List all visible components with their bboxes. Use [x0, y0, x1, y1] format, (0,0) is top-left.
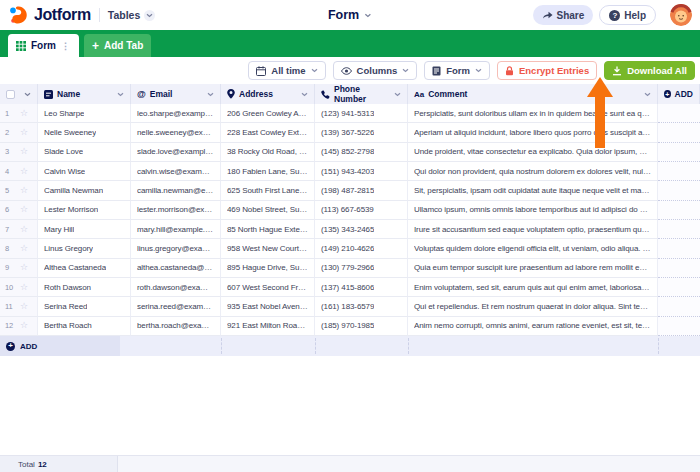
email-cell[interactable]: slade.love@example.com: [131, 143, 221, 162]
comment-cell[interactable]: Anim nemo corrupti, omnis animi, earum r…: [408, 317, 658, 336]
email-cell[interactable]: roth.dawson@example.com: [131, 278, 221, 297]
email-cell[interactable]: bertha.roach@example.com: [131, 317, 221, 336]
address-cell[interactable]: 180 Fabien Lane, Suite 87…: [221, 162, 315, 181]
phone-cell[interactable]: (139) 367-5226: [315, 123, 408, 142]
phone-cell[interactable]: (123) 941-5313: [315, 104, 408, 123]
address-cell[interactable]: 469 Nobel Street, Suite 816…: [221, 201, 315, 220]
download-all-button[interactable]: Download All: [604, 61, 695, 80]
name-cell[interactable]: Slade Love: [38, 143, 131, 162]
row-handle-cell[interactable]: 4 ☆: [0, 162, 38, 181]
star-icon[interactable]: ☆: [20, 225, 28, 234]
help-button[interactable]: ? Help: [599, 5, 656, 25]
comment-cell[interactable]: Qui dolor non provident, quia nostrum do…: [408, 162, 658, 181]
row-handle-cell[interactable]: 10 ☆: [0, 278, 38, 297]
row-handle-cell[interactable]: 7 ☆: [0, 220, 38, 239]
chevron-down-icon[interactable]: [394, 92, 401, 97]
tab-menu-dots-icon[interactable]: ⋮: [61, 41, 71, 51]
email-cell[interactable]: lester.morrison@example.…: [131, 201, 221, 220]
chevron-down-icon[interactable]: [24, 92, 31, 97]
comment-cell[interactable]: Voluptas quidem dolore eligendi officia …: [408, 239, 658, 258]
row-handle-cell[interactable]: 6 ☆: [0, 201, 38, 220]
name-cell[interactable]: Leo Sharpe: [38, 104, 131, 123]
view-form-button[interactable]: Form: [424, 61, 490, 80]
star-icon[interactable]: ☆: [20, 283, 28, 292]
phone-cell[interactable]: (149) 210-4626: [315, 239, 408, 258]
comment-cell[interactable]: Enim voluptatem, sed sit, earum quis aut…: [408, 278, 658, 297]
add-tab-button[interactable]: + Add Tab: [84, 34, 151, 57]
email-cell[interactable]: linus.gregory@example.com: [131, 239, 221, 258]
row-handle-cell[interactable]: 8 ☆: [0, 239, 38, 258]
time-filter-button[interactable]: All time: [248, 61, 325, 80]
phone-cell[interactable]: (130) 779-2966: [315, 259, 408, 278]
row-handle-cell[interactable]: 3 ☆: [0, 143, 38, 162]
comment-cell[interactable]: Ullamco ipsum, omnis omnis labore tempor…: [408, 201, 658, 220]
star-icon[interactable]: ☆: [20, 167, 28, 176]
email-cell[interactable]: nelle.sweeney@example.c…: [131, 123, 221, 142]
address-cell[interactable]: 625 South First Lane, Suit…: [221, 181, 315, 200]
row-handle-cell[interactable]: 12 ☆: [0, 317, 38, 336]
column-header-phone[interactable]: Phone Number: [315, 84, 408, 105]
address-cell[interactable]: 958 West New Court, Suit…: [221, 239, 315, 258]
comment-cell[interactable]: Aperiam ut aliquid incidunt, labore libe…: [408, 123, 658, 142]
column-header-email[interactable]: @ Email: [131, 84, 221, 105]
chevron-down-icon[interactable]: [301, 92, 308, 97]
address-cell[interactable]: 921 East Milton Road, Suit…: [221, 317, 315, 336]
star-icon[interactable]: ☆: [20, 302, 28, 311]
address-cell[interactable]: 895 Hague Drive, Suite 526…: [221, 259, 315, 278]
star-icon[interactable]: ☆: [20, 321, 28, 330]
page-title-dropdown[interactable]: Form: [328, 8, 372, 22]
add-row-button[interactable]: + ADD: [0, 336, 120, 356]
address-cell[interactable]: 85 North Hague Extension…: [221, 220, 315, 239]
name-cell[interactable]: Nelle Sweeney: [38, 123, 131, 142]
email-cell[interactable]: serina.reed@example.com: [131, 297, 221, 316]
chevron-down-icon[interactable]: [207, 92, 214, 97]
row-handle-cell[interactable]: 1 ☆: [0, 104, 38, 123]
comment-cell[interactable]: Quia eum tempor suscipit iure praesentiu…: [408, 259, 658, 278]
name-cell[interactable]: Camilla Newman: [38, 181, 131, 200]
comment-cell[interactable]: Irure sit accusantium sed eaque voluptat…: [408, 220, 658, 239]
name-cell[interactable]: Lester Morrison: [38, 201, 131, 220]
address-cell[interactable]: 38 Rocky Old Road, Suite 33: [221, 143, 315, 162]
row-handle-cell[interactable]: 9 ☆: [0, 259, 38, 278]
share-button[interactable]: Share: [533, 5, 594, 25]
phone-cell[interactable]: (198) 487-2815: [315, 181, 408, 200]
star-icon[interactable]: ☆: [20, 109, 28, 118]
name-cell[interactable]: Calvin Wise: [38, 162, 131, 181]
jotform-logo[interactable]: Jotform: [8, 5, 91, 25]
add-row-area[interactable]: [120, 336, 700, 356]
add-column-button[interactable]: + ADD: [658, 84, 700, 105]
star-icon[interactable]: ☆: [20, 244, 28, 253]
address-cell[interactable]: 228 East Cowley Extensio…: [221, 123, 315, 142]
chevron-down-icon[interactable]: [117, 92, 124, 97]
phone-cell[interactable]: (145) 852-2798: [315, 143, 408, 162]
email-cell[interactable]: leo.sharpe@example.com: [131, 104, 221, 123]
comment-cell[interactable]: Unde proident, vitae consectetur ea expl…: [408, 143, 658, 162]
select-all-checkbox[interactable]: [6, 90, 15, 99]
columns-button[interactable]: Columns: [333, 61, 418, 80]
column-header-comment[interactable]: Aa Comment: [408, 84, 658, 105]
address-cell[interactable]: 935 East Nobel Avenue, S…: [221, 297, 315, 316]
comment-cell[interactable]: Sit, perspiciatis, ipsam odit cupidatat …: [408, 181, 658, 200]
phone-cell[interactable]: (113) 667-6539: [315, 201, 408, 220]
name-cell[interactable]: Serina Reed: [38, 297, 131, 316]
name-cell[interactable]: Bertha Roach: [38, 317, 131, 336]
email-cell[interactable]: camilla.newman@example…: [131, 181, 221, 200]
phone-cell[interactable]: (137) 415-8606: [315, 278, 408, 297]
name-cell[interactable]: Roth Dawson: [38, 278, 131, 297]
row-handle-cell[interactable]: 11 ☆: [0, 297, 38, 316]
tab-form[interactable]: Form ⋮: [8, 34, 79, 57]
chevron-down-icon[interactable]: [644, 92, 651, 97]
row-handle-cell[interactable]: 2 ☆: [0, 123, 38, 142]
phone-cell[interactable]: (161) 183-6579: [315, 297, 408, 316]
email-cell[interactable]: althea.castaneda@exampl…: [131, 259, 221, 278]
row-handle-cell[interactable]: 5 ☆: [0, 181, 38, 200]
email-cell[interactable]: calvin.wise@example.com: [131, 162, 221, 181]
encrypt-entries-button[interactable]: Encrypt Entries: [497, 61, 597, 80]
comment-cell[interactable]: Perspiciatis, sunt doloribus ullam ex in…: [408, 104, 658, 123]
name-cell[interactable]: Linus Gregory: [38, 239, 131, 258]
name-cell[interactable]: Mary Hill: [38, 220, 131, 239]
phone-cell[interactable]: (151) 943-4203: [315, 162, 408, 181]
avatar[interactable]: [670, 4, 692, 26]
email-cell[interactable]: mary.hill@example.com: [131, 220, 221, 239]
address-cell[interactable]: 206 Green Cowley Avenu…: [221, 104, 315, 123]
